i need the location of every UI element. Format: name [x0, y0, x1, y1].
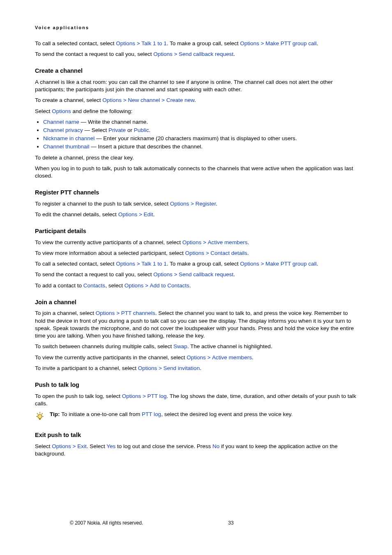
channel-options-list: Channel name — Write the channel name. C… — [35, 118, 357, 151]
text: To send the contact a request to call yo… — [35, 271, 153, 278]
text: To open the push to talk log, select — [35, 393, 122, 399]
options-cmd: Options — [52, 443, 71, 449]
list-item: Channel thumbnail — Insert a picture tha… — [43, 143, 357, 150]
gt-icon — [141, 393, 147, 399]
s4-p2: To switch between channels during multip… — [35, 343, 357, 350]
text: . To make a group call, select — [167, 40, 240, 46]
create-new-cmd: Create new — [166, 97, 194, 103]
public-cmd: Public — [134, 127, 149, 133]
gt-icon — [115, 310, 121, 316]
svg-point-0 — [38, 414, 42, 419]
contact-details-cmd: Contact details — [210, 250, 247, 256]
svg-rect-6 — [39, 418, 41, 420]
text: To add a contact to — [35, 282, 83, 289]
text: to log out and close the service. Press — [115, 443, 212, 449]
tip-icon — [35, 411, 50, 422]
page-header: Voice applications — [35, 25, 357, 31]
s4-p3: To view the currently active participant… — [35, 354, 357, 361]
options-cmd: Options — [153, 271, 173, 278]
text: To call a selected contact, select — [35, 40, 116, 46]
text: To view the currently active participant… — [35, 354, 187, 361]
options-cmd: Options — [182, 239, 202, 245]
options-cmd: Options — [122, 393, 141, 399]
s5-p1: To open the push to talk log, select Opt… — [35, 393, 357, 407]
page-number: 33 — [228, 520, 233, 526]
edit-cmd: Edit — [144, 211, 153, 217]
thumbnail-cmd: Channel thumbnail — [43, 143, 90, 150]
text: . — [252, 354, 254, 361]
add-to-contacts-cmd: Add to Contacts — [150, 282, 189, 289]
ptt-log-heading: Push to talk log — [35, 381, 357, 389]
intro-p2: To send the contact a request to call yo… — [35, 51, 357, 58]
list-item: Channel privacy — Select Private or Publ… — [43, 127, 357, 134]
options-cmd: Options — [102, 97, 122, 103]
join-channel-heading: Join a channel — [35, 298, 357, 307]
text: To register a channel to the push to tal… — [35, 201, 170, 207]
s3-p3: To call a selected contact, select Optio… — [35, 260, 357, 268]
gt-icon — [143, 282, 150, 289]
list-item: Channel name — Write the channel name. — [43, 118, 357, 126]
active-members-cmd: Active members — [208, 239, 248, 245]
copyright: © 2007 Nokia. All rights reserved. — [70, 520, 143, 526]
tip-row: Tip: To initiate a one-to-one call from … — [35, 411, 357, 422]
gt-icon — [189, 201, 195, 207]
nickname-cmd: Nickname in channel — [43, 135, 95, 141]
gt-icon — [173, 271, 179, 278]
s3-p1: To view the currently active participant… — [35, 239, 357, 246]
text: , select the desired log event and press… — [161, 411, 293, 417]
new-channel-cmd: New channel — [128, 97, 160, 103]
text: . — [200, 365, 201, 371]
s6-p1: Select OptionsExit. Select Yes to log ou… — [35, 443, 357, 458]
ptt-log-cmd: PTT log — [142, 411, 161, 417]
contacts-cmd: Contacts — [83, 282, 105, 289]
participant-heading: Participant details — [35, 227, 357, 236]
create-channel-heading: Create a channel — [35, 67, 357, 75]
text: . — [247, 250, 249, 256]
ptt-log-cmd: PTT log — [148, 393, 167, 399]
text: Select — [35, 108, 52, 114]
text: . — [233, 51, 235, 57]
gt-icon — [135, 40, 141, 46]
text: . — [247, 239, 249, 245]
text: To switch between channels during multip… — [35, 343, 173, 349]
text: or — [126, 127, 134, 133]
gt-icon — [122, 97, 128, 103]
tip-bold: Tip: — [50, 411, 61, 417]
make-ptt-group-call-cmd: Make PTT group call — [265, 40, 316, 46]
s1-p1: A channel is like a chat room: you can c… — [35, 79, 357, 93]
text: To send the contact a request to call yo… — [35, 51, 153, 57]
s1-p5: When you log in to push to talk, push to… — [35, 165, 357, 180]
options-cmd: Options — [52, 108, 71, 114]
make-ptt-group-call-cmd: Make PTT group call — [265, 261, 316, 267]
text: . The active channel is highlighted. — [187, 343, 272, 349]
text: . — [149, 127, 150, 133]
page-footer: © 2007 Nokia. All rights reserved. 33 — [70, 520, 392, 526]
s1-p3: Select Options and define the following: — [35, 108, 357, 115]
options-cmd: Options — [118, 211, 138, 217]
text: To edit the channel details, select — [35, 211, 118, 217]
s3-p4: To send the contact a request to call yo… — [35, 271, 357, 278]
send-callback-cmd: Send callback request — [179, 51, 233, 57]
text: To view more information about a selecte… — [35, 250, 185, 256]
text: To view the currently active participant… — [35, 239, 182, 245]
s1-p4: To delete a channel, press the clear key… — [35, 154, 357, 162]
text: To call a selected contact, select — [35, 261, 116, 267]
svg-line-3 — [42, 413, 43, 414]
s1-p2: To create a channel, select OptionsNew c… — [35, 97, 357, 104]
text: . — [153, 211, 155, 217]
gt-icon — [71, 443, 77, 449]
text: To initiate a one-to-one call from — [61, 411, 142, 417]
options-cmd: Options — [138, 365, 157, 371]
s2-p2: To edit the channel details, select Opti… — [35, 211, 357, 218]
gt-icon — [204, 250, 210, 256]
gt-icon — [135, 261, 141, 267]
options-cmd: Options — [240, 40, 259, 46]
send-invitation-cmd: Send invitation — [164, 365, 200, 371]
gt-icon — [160, 97, 166, 103]
options-cmd: Options — [96, 310, 115, 316]
yes-cmd: Yes — [106, 443, 115, 449]
options-cmd: Options — [116, 261, 135, 267]
s3-p5: To add a contact to Contacts, select Opt… — [35, 282, 357, 289]
text: . — [316, 261, 318, 267]
text: . Select — [87, 443, 107, 449]
